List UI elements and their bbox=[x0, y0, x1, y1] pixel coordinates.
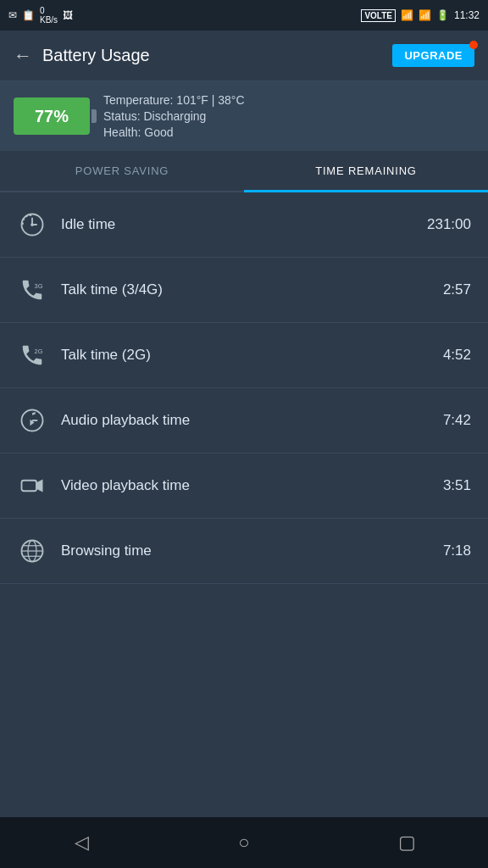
svg-text:2G: 2G bbox=[35, 348, 43, 355]
list-item: 2G Talk time (2G) 4:52 bbox=[0, 323, 488, 388]
volte-badge: VOLTE bbox=[361, 9, 396, 22]
browse-label: Browsing time bbox=[61, 542, 430, 559]
video-icon bbox=[17, 470, 47, 501]
idle-time-icon bbox=[17, 209, 47, 240]
list-item: Idle time 231:00 bbox=[0, 192, 488, 258]
clock: 11:32 bbox=[454, 9, 480, 21]
list-item: Browsing time 7:18 bbox=[0, 519, 488, 584]
camera-icon: 🖼 bbox=[63, 9, 73, 21]
bottom-nav: ◁ ○ ▢ bbox=[0, 817, 488, 868]
talk-34g-value: 2:57 bbox=[443, 281, 471, 298]
svg-rect-8 bbox=[22, 481, 37, 492]
battery-visual: 77% bbox=[14, 97, 90, 135]
idle-time-label: Idle time bbox=[61, 216, 413, 233]
back-nav-button[interactable]: ◁ bbox=[56, 817, 107, 868]
audio-label: Audio playback time bbox=[61, 412, 430, 429]
tabs: POWER SAVING TIME REMAINING bbox=[0, 151, 488, 192]
signal-icon: 📶 bbox=[401, 9, 413, 21]
talk-34g-label: Talk time (3/4G) bbox=[61, 281, 430, 298]
usage-list: Idle time 231:00 3G Talk time (3/4G) 2:5… bbox=[0, 192, 488, 584]
page-title: Battery Usage bbox=[42, 46, 382, 65]
upgrade-button[interactable]: UPGRADE bbox=[392, 44, 474, 67]
signal-icon-2: 📶 bbox=[419, 9, 431, 21]
status-bar-left: ✉ 📋 0KB/s 🖼 bbox=[8, 6, 73, 25]
talk-2g-label: Talk time (2G) bbox=[61, 347, 430, 364]
battery-card: 77% Temperature: 101°F | 38°C Status: Di… bbox=[0, 81, 488, 151]
status-bar-right: VOLTE 📶 📶 🔋 11:32 bbox=[361, 9, 480, 22]
app-bar: ← Battery Usage UPGRADE bbox=[0, 31, 488, 81]
idle-time-value: 231:00 bbox=[427, 216, 471, 233]
video-value: 3:51 bbox=[443, 477, 471, 494]
talk-2g-value: 4:52 bbox=[443, 347, 471, 364]
list-item: Audio playback time 7:42 bbox=[0, 388, 488, 453]
browse-icon bbox=[17, 536, 47, 566]
battery-health: Health: Good bbox=[103, 125, 245, 139]
battery-temperature: Temperature: 101°F | 38°C bbox=[103, 93, 245, 107]
list-item: 3G Talk time (3/4G) 2:57 bbox=[0, 258, 488, 323]
battery-icon: 🔋 bbox=[436, 9, 449, 21]
list-item: Video playback time 3:51 bbox=[0, 453, 488, 519]
svg-marker-9 bbox=[36, 480, 43, 492]
svg-text:3G: 3G bbox=[35, 282, 43, 290]
tab-time-remaining[interactable]: TIME REMAINING bbox=[244, 151, 488, 191]
home-nav-button[interactable]: ○ bbox=[219, 817, 269, 868]
battery-status: Status: Discharging bbox=[103, 109, 245, 123]
audio-value: 7:42 bbox=[443, 412, 471, 429]
svg-point-3 bbox=[30, 223, 34, 226]
browse-value: 7:18 bbox=[443, 542, 471, 559]
audio-icon bbox=[17, 405, 47, 436]
mail-icon: ✉ bbox=[8, 9, 17, 21]
tab-power-saving[interactable]: POWER SAVING bbox=[0, 151, 244, 191]
battery-info: Temperature: 101°F | 38°C Status: Discha… bbox=[103, 93, 245, 139]
status-bar: ✉ 📋 0KB/s 🖼 VOLTE 📶 📶 🔋 11:32 bbox=[0, 0, 488, 31]
clipboard-icon: 📋 bbox=[22, 9, 35, 21]
recent-nav-button[interactable]: ▢ bbox=[381, 817, 432, 868]
talk-34g-icon: 3G bbox=[17, 275, 47, 305]
network-speed: 0KB/s bbox=[40, 6, 58, 25]
talk-2g-icon: 2G bbox=[17, 340, 47, 370]
back-button[interactable]: ← bbox=[14, 45, 32, 67]
video-label: Video playback time bbox=[61, 477, 430, 494]
upgrade-notification-dot bbox=[469, 41, 478, 49]
battery-percentage: 77% bbox=[35, 107, 69, 126]
